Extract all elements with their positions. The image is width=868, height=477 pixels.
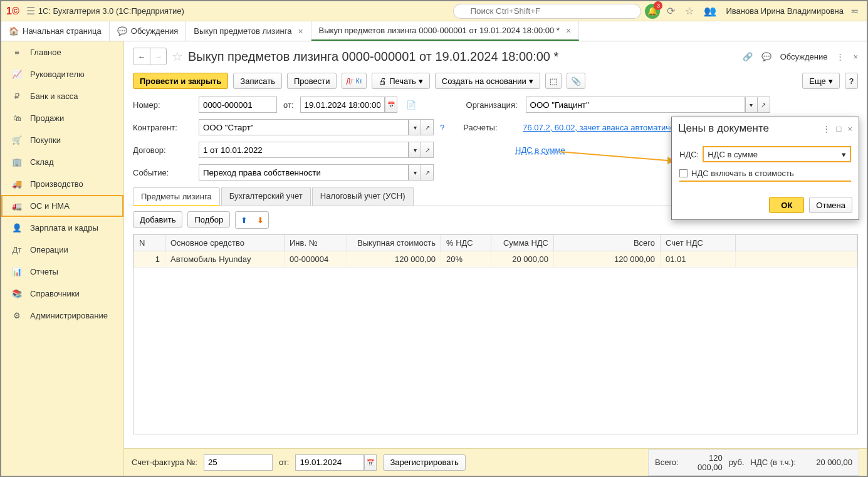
nav-purchases[interactable]: 🛒Покупки	[1, 129, 123, 151]
cell-empty[interactable]	[736, 251, 857, 268]
date-input[interactable]	[300, 97, 385, 113]
move-down-button[interactable]: ⬇	[252, 212, 268, 228]
link-icon[interactable]: 🔗	[743, 52, 753, 61]
notifications-bell-icon[interactable]: 🔔 3	[645, 4, 660, 19]
maximize-icon[interactable]: □	[837, 124, 842, 134]
nav-manager[interactable]: 📈Руководителю	[1, 63, 123, 85]
popup-cancel-button[interactable]: Отмена	[809, 197, 852, 213]
add-button[interactable]: Добавить	[133, 211, 182, 228]
cell-vat-pct[interactable]: 20%	[441, 251, 491, 268]
more-button[interactable]: Еще▾	[802, 73, 839, 89]
number-input[interactable]	[199, 97, 277, 113]
print-button[interactable]: 🖨Печать▾	[372, 73, 430, 89]
nav-bank[interactable]: ₽Банк и касса	[1, 85, 123, 107]
col-vat-sum[interactable]: Сумма НДС	[491, 235, 554, 251]
table-row[interactable]: 1 Автомобиль Hyunday 00-000004 120 000,0…	[134, 251, 857, 268]
dtkt-button[interactable]: ДтКт	[342, 73, 367, 89]
chevron-down-icon[interactable]: ▾	[409, 164, 421, 181]
col-vat-pct[interactable]: % НДС	[441, 235, 491, 251]
org-input[interactable]	[526, 97, 745, 113]
forward-button[interactable]: →	[150, 48, 166, 65]
search-input[interactable]	[453, 4, 641, 19]
popup-checkbox[interactable]	[679, 169, 688, 177]
tab-leasing-items[interactable]: Предметы лизинга	[133, 187, 220, 206]
contract-input[interactable]	[199, 142, 409, 158]
menu-icon[interactable]: ☰	[26, 5, 35, 17]
col-cost[interactable]: Выкупная стоимость	[347, 235, 441, 251]
tab-tax[interactable]: Налоговый учет (УСН)	[312, 187, 414, 206]
cell-inv[interactable]: 00-000004	[285, 251, 347, 268]
cell-asset[interactable]: Автомобиль Hyunday	[165, 251, 285, 268]
tab-home[interactable]: 🏠 Начальная страница	[1, 21, 110, 41]
open-icon[interactable]: ↗	[421, 164, 434, 181]
open-icon[interactable]: ↗	[421, 142, 434, 158]
discuss-link[interactable]: Обсуждение	[780, 52, 828, 61]
col-inv[interactable]: Инв. №	[285, 235, 347, 251]
close-icon[interactable]: ×	[298, 26, 303, 36]
help-button[interactable]: ?	[845, 73, 858, 89]
nav-production[interactable]: 🚚Производство	[1, 173, 123, 195]
items-table[interactable]: N Основное средство Инв. № Выкупная стои…	[133, 234, 858, 434]
favorite-star-icon[interactable]: ☆	[172, 49, 183, 64]
cell-total[interactable]: 120 000,00	[554, 251, 661, 268]
close-icon[interactable]: ×	[847, 124, 852, 134]
chevron-down-icon[interactable]: ▾	[409, 119, 421, 135]
tab-discussions[interactable]: 💬 Обсуждения	[110, 21, 187, 41]
chevron-down-icon[interactable]: ▾	[745, 97, 758, 113]
open-icon[interactable]: ↗	[421, 119, 434, 135]
more-icon[interactable]: ⋮	[836, 52, 844, 61]
pick-button[interactable]: Подбор	[187, 211, 230, 228]
calendar-icon[interactable]: 📅	[364, 454, 377, 471]
col-asset[interactable]: Основное средство	[165, 235, 285, 251]
nav-operations[interactable]: ДтОперации	[1, 239, 123, 261]
star-icon[interactable]: ☆	[685, 5, 694, 17]
close-icon[interactable]: ×	[853, 52, 858, 61]
close-icon[interactable]: ×	[566, 26, 571, 36]
nav-sales[interactable]: 🛍Продажи	[1, 107, 123, 129]
cell-acct[interactable]: 01.01	[661, 251, 736, 268]
save-button[interactable]: Записать	[233, 73, 282, 89]
tab-accounting[interactable]: Бухгалтерский учет	[221, 187, 311, 206]
contr-input[interactable]	[199, 119, 409, 135]
popup-ok-button[interactable]: ОК	[769, 197, 804, 213]
chevron-down-icon[interactable]: ▾	[409, 142, 421, 158]
back-button[interactable]: ←	[133, 48, 150, 65]
register-button[interactable]: Зарегистрировать	[383, 454, 465, 471]
popup-nds-select[interactable]: НДС в сумме ▾	[703, 146, 851, 162]
nav-references[interactable]: 📚Справочники	[1, 283, 123, 305]
nav-hr[interactable]: 👤Зарплата и кадры	[1, 217, 123, 239]
col-n[interactable]: N	[134, 235, 165, 251]
create-from-button[interactable]: Создать на основании▾	[435, 73, 540, 89]
col-acct[interactable]: Счет НДС	[661, 235, 736, 251]
move-up-button[interactable]: ⬆	[236, 212, 252, 228]
calc-link[interactable]: 76.07.2, 60.02, зачет аванса автоматичес…	[523, 123, 687, 132]
post-button[interactable]: Провести	[287, 73, 337, 89]
nav-main[interactable]: ≡Главное	[1, 41, 123, 63]
nav-reports[interactable]: 📊Отчеты	[1, 261, 123, 283]
calendar-icon[interactable]: 📅	[385, 97, 397, 113]
col-total[interactable]: Всего	[554, 235, 661, 251]
help-link[interactable]: ?	[440, 123, 444, 132]
cell-n[interactable]: 1	[134, 251, 165, 268]
open-icon[interactable]: ↗	[758, 97, 770, 113]
user-icon[interactable]: 👥	[704, 5, 716, 17]
doc-status-icon[interactable]: 📄	[406, 100, 416, 110]
attach-button[interactable]: 📎	[567, 73, 585, 89]
event-input[interactable]	[199, 164, 409, 181]
col-empty[interactable]	[736, 235, 857, 251]
history-icon[interactable]: ⟳	[667, 5, 675, 17]
nav-fixed-assets[interactable]: 🚛ОС и НМА	[1, 195, 123, 217]
invoice-no-input[interactable]	[204, 454, 273, 471]
tab-leasing-doc[interactable]: Выкуп предметов лизинга 0000-000001 от 1…	[311, 21, 580, 41]
cell-vat-sum[interactable]: 20 000,00	[491, 251, 554, 268]
cell-cost[interactable]: 120 000,00	[347, 251, 441, 268]
nds-link[interactable]: НДС в сумме	[515, 145, 565, 155]
nav-admin[interactable]: ⚙Администрирование	[1, 305, 123, 327]
invoice-date-input[interactable]	[295, 454, 364, 471]
nav-warehouse[interactable]: 🏢Склад	[1, 151, 123, 173]
post-close-button[interactable]: Провести и закрыть	[133, 73, 228, 89]
settings-icon[interactable]: ≂	[850, 5, 859, 17]
more-icon[interactable]: ⋮	[822, 124, 830, 134]
tab-leasing-list[interactable]: Выкуп предметов лизинга ×	[186, 21, 311, 41]
related-button[interactable]: ⬚	[545, 73, 562, 89]
